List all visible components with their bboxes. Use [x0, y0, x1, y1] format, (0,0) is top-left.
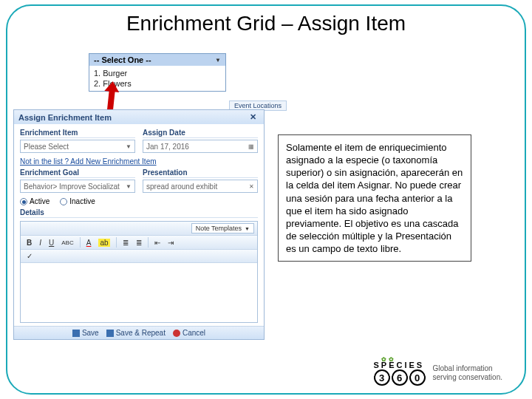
save-button[interactable]: Save: [72, 329, 99, 337]
enrichment-item-label: Enrichment Item: [20, 129, 135, 138]
bullet-list-button[interactable]: ≣: [120, 238, 132, 248]
logo-brand-text: ✿✿ SPECIES: [374, 361, 426, 369]
chevron-down-icon: ▼: [215, 57, 221, 64]
spellcheck-button[interactable]: ✓: [24, 251, 35, 261]
disk-icon: [106, 330, 114, 337]
dialog-footer: Save Save & Repeat Cancel: [14, 326, 264, 339]
enrichment-item-select[interactable]: Please Select ▼: [20, 140, 135, 153]
cancel-icon: [173, 330, 180, 337]
outdent-button[interactable]: ⇤: [151, 238, 163, 248]
calendar-icon: ▦: [248, 143, 254, 150]
chevron-down-icon: ▼: [126, 183, 132, 190]
note-templates-select[interactable]: Note Templates ▼: [191, 223, 254, 233]
disk-icon: [72, 330, 80, 337]
note-templates-label: Note Templates: [196, 225, 242, 232]
presentation-label: Presentation: [143, 168, 258, 178]
enrichment-goal-value: Behavior> Improve Socializat: [24, 183, 120, 191]
numbered-list-button[interactable]: ≣: [133, 238, 145, 248]
details-label: Details: [20, 208, 258, 218]
dropdown-selected-text: -- Select One --: [94, 55, 151, 64]
strike-button[interactable]: ABC: [58, 239, 76, 247]
explanation-callout: Solamente el item de enriquecimiento asi…: [278, 134, 471, 262]
cancel-button[interactable]: Cancel: [173, 329, 205, 337]
enrichment-goal-select[interactable]: Behavior> Improve Socializat ▼: [20, 180, 135, 193]
assign-enrichment-dialog: Assign Enrichment Item ✕ Enrichment Item…: [13, 109, 265, 340]
slide-title: Enrichment Grid – Assign Item: [0, 12, 532, 35]
assign-date-label: Assign Date: [143, 129, 258, 138]
rich-text-editor: Note Templates ▼ B I U ABC A ab ≣ ≣ ⇤ ⇥: [20, 221, 258, 323]
underline-button[interactable]: U: [46, 238, 57, 248]
inactive-radio[interactable]: Inactive: [60, 197, 95, 205]
font-color-button[interactable]: A: [83, 238, 95, 248]
indent-button[interactable]: ⇥: [165, 238, 177, 248]
chevron-down-icon: ▼: [126, 143, 132, 150]
dropdown-selected: -- Select One -- ▼: [89, 54, 225, 66]
logo-digit: 3: [374, 369, 390, 386]
editor-textarea[interactable]: [21, 263, 257, 322]
close-icon[interactable]: ✕: [247, 112, 259, 122]
bold-button[interactable]: B: [24, 238, 35, 248]
leaves-icon: ✿✿: [381, 356, 396, 363]
italic-button[interactable]: I: [36, 238, 44, 248]
presentation-value: spread around exhibit: [146, 183, 217, 191]
logo-digit: 0: [409, 369, 426, 386]
chevron-down-icon: ▼: [245, 226, 250, 231]
highlight-button[interactable]: ab: [95, 238, 112, 248]
species360-logo: ✿✿ SPECIES 3 6 0 Global information serv…: [374, 361, 503, 386]
dialog-title-text: Assign Enrichment Item: [18, 113, 112, 122]
enrichment-goal-label: Enrichment Goal: [20, 168, 135, 178]
enrichment-item-value: Please Select: [24, 143, 69, 151]
logo-tagline: Global information serving conservation.: [433, 364, 503, 382]
dialog-titlebar: Assign Enrichment Item ✕: [14, 110, 264, 124]
active-radio[interactable]: Active: [20, 197, 50, 205]
save-repeat-button[interactable]: Save & Repeat: [106, 329, 166, 337]
assign-date-input[interactable]: Jan 17, 2016 ▦: [143, 140, 258, 153]
clear-icon[interactable]: ✕: [249, 183, 254, 190]
presentation-input[interactable]: spread around exhibit ✕: [143, 180, 258, 193]
assign-date-value: Jan 17, 2016: [146, 143, 189, 151]
add-new-enrichment-link[interactable]: Not in the list ? Add New Enrichment Ite…: [20, 157, 258, 166]
dropdown-option[interactable]: 1. Burger: [94, 68, 221, 78]
logo-digit: 6: [392, 369, 408, 386]
